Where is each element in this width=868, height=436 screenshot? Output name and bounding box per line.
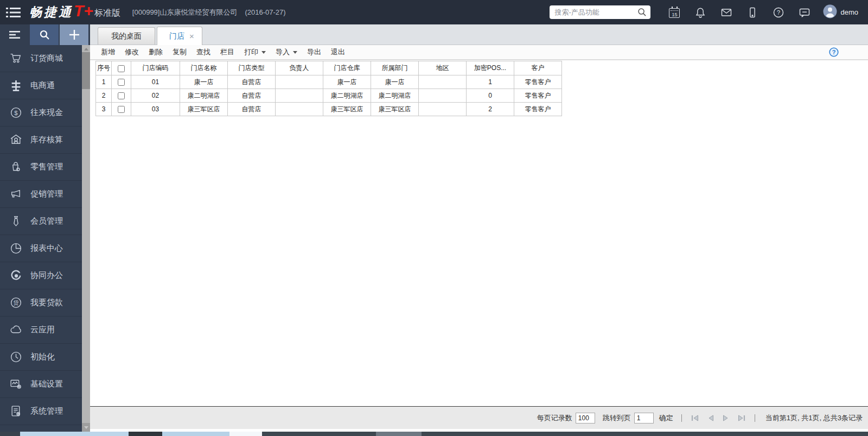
sidebar-item-inventory[interactable]: 库存核算 [0, 127, 82, 154]
column-header-label: 门店类型 [239, 64, 265, 72]
sidebar-item-member[interactable]: 会员管理 [0, 208, 82, 235]
toolbar-button-label: 删除 [149, 47, 163, 57]
topbar-icon-group: 15 ? [661, 5, 818, 20]
sidebar-item-cloud-apps[interactable]: 云应用 [0, 317, 82, 344]
sidebar-collapse-icon[interactable] [0, 24, 29, 45]
taskbar-segment[interactable] [262, 432, 376, 436]
column-header-label: 门店仓库 [334, 64, 360, 72]
select-all-checkbox[interactable] [118, 65, 125, 72]
sidebar-item-label: 协同办公 [30, 270, 63, 281]
column-header: 序号 [96, 61, 112, 75]
column-header: 门店编码 [131, 61, 180, 75]
table-cell: 康三军区店 [371, 103, 419, 116]
taskbar-segment[interactable] [129, 432, 162, 436]
sidebar-add-icon[interactable] [60, 24, 88, 45]
sidebar-item-collaboration[interactable]: 协同办公 [0, 262, 82, 289]
feedback-chat-icon[interactable] [798, 5, 811, 20]
calendar-icon[interactable]: 15 [668, 5, 681, 20]
per-page-input[interactable] [576, 413, 595, 424]
sidebar-item-initialization[interactable]: 初始化 [0, 344, 82, 371]
last-page-icon[interactable] [737, 414, 746, 422]
tab-label: 门店 [169, 31, 184, 41]
taskbar-segment[interactable] [376, 432, 422, 436]
sidebar-item-ecommerce[interactable]: 电商通 [0, 72, 82, 99]
taskbar-segment[interactable] [422, 432, 868, 436]
goto-page-input[interactable] [634, 413, 654, 424]
table-header-row: 序号门店编码门店名称门店类型负责人门店仓库所属部门地区加密POS...客户 [96, 61, 562, 75]
toolbar-button-export[interactable]: 导出 [307, 47, 321, 57]
tab-close-icon[interactable]: × [189, 32, 194, 40]
row-checkbox[interactable] [118, 106, 125, 113]
sidebar-item-promotion[interactable]: 促销管理 [0, 181, 82, 208]
search-icon[interactable] [637, 8, 647, 17]
search-input[interactable] [553, 8, 637, 17]
toolbar-button-add[interactable]: 新增 [101, 47, 115, 57]
sidebar-item-label: 系统管理 [30, 406, 63, 416]
svg-text:?: ? [777, 9, 780, 16]
column-header: 加密POS... [467, 61, 514, 75]
table-row[interactable]: 101康一店自营店康一店康一店1零售客户 [96, 75, 562, 89]
confirm-button[interactable]: 确定 [659, 413, 673, 423]
next-page-icon[interactable] [722, 414, 730, 422]
toolbar-button-find[interactable]: 查找 [196, 47, 210, 57]
store-grid: 序号门店编码门店名称门店类型负责人门店仓库所属部门地区加密POS...客户 10… [95, 61, 868, 116]
global-search-box[interactable] [550, 5, 650, 19]
mail-icon[interactable] [720, 5, 733, 20]
cell-value: 1 [488, 78, 492, 86]
avatar[interactable] [823, 4, 837, 21]
cell-value: 康一店 [337, 78, 357, 86]
mobile-icon[interactable] [746, 5, 759, 20]
scrollbar-thumb[interactable] [82, 52, 90, 89]
cell-value: 自营店 [242, 78, 261, 86]
clock-icon [7, 349, 24, 366]
taskbar-segment[interactable] [20, 432, 129, 436]
sidebar-item-basic-settings[interactable]: 基础设置 [0, 371, 82, 398]
sidebar-search-icon[interactable] [30, 24, 59, 45]
table-cell: 康一店 [323, 75, 371, 89]
toolbar-button-exit[interactable]: 退出 [331, 47, 345, 57]
help-icon[interactable]: ? [772, 5, 785, 20]
first-page-icon[interactable] [690, 414, 700, 422]
sidebar-scrollbar[interactable] [82, 45, 90, 432]
row-checkbox[interactable] [118, 92, 125, 99]
taskbar-segment[interactable] [229, 432, 262, 436]
toolbar-button-label: 新增 [101, 47, 115, 57]
scrollbar-up-icon[interactable] [82, 45, 90, 53]
prev-page-icon[interactable] [706, 414, 715, 422]
cell-value: 2 [102, 92, 106, 99]
sidebar-item-loan[interactable]: 贷我要贷款 [0, 289, 82, 317]
sidebar-item-order-mall[interactable]: 订货商城 [0, 45, 82, 72]
tab-store[interactable]: 门店× [157, 27, 202, 45]
sidebar-item-label: 会员管理 [30, 216, 63, 226]
taskbar-segment[interactable] [0, 432, 20, 436]
username-label[interactable]: demo [840, 8, 858, 16]
toolbar-button-import[interactable]: 导入 [276, 47, 297, 57]
toolbar-button-edit[interactable]: 修改 [125, 47, 139, 57]
toolbar-button-print[interactable]: 打印 [244, 47, 266, 57]
calendar-day-label: 15 [669, 12, 679, 17]
pie-chart-icon [7, 240, 24, 257]
toolbar-button-delete[interactable]: 删除 [149, 47, 163, 57]
cell-value: 1 [102, 78, 106, 86]
table-row[interactable]: 303康三军区店自营店康三军区店康三军区店2零售客户 [96, 103, 562, 116]
toolbar-button-columns[interactable]: 栏目 [220, 47, 234, 57]
toolbar-button-copy[interactable]: 复制 [173, 47, 187, 57]
row-checkbox[interactable] [118, 79, 125, 86]
cell-value: 康二明湖店 [188, 92, 220, 99]
sidebar-item-report[interactable]: 报表中心 [0, 235, 82, 262]
cash-icon: $ [7, 104, 24, 122]
notification-bell-icon[interactable] [694, 5, 707, 20]
taskbar-segment[interactable] [162, 432, 229, 436]
cell-value: 康三军区店 [188, 105, 220, 113]
tab-my-desktop[interactable]: 我的桌面 [98, 27, 155, 45]
sidebar-item-retail[interactable]: 零售管理 [0, 154, 82, 181]
sidebar-item-system[interactable]: 系统管理 [0, 398, 82, 425]
warehouse-icon [7, 131, 24, 149]
scrollbar-down-icon[interactable] [82, 423, 90, 432]
sidebar-item-cash[interactable]: $往来现金 [0, 99, 82, 127]
table-row[interactable]: 202康二明湖店自营店康二明湖店康二明湖店0零售客户 [96, 89, 562, 103]
table-cell: 康一店 [371, 75, 419, 89]
grid-help-icon[interactable]: ? [829, 47, 839, 57]
app-menu-icon[interactable] [0, 0, 26, 24]
toolbar-button-label: 栏目 [220, 47, 234, 57]
